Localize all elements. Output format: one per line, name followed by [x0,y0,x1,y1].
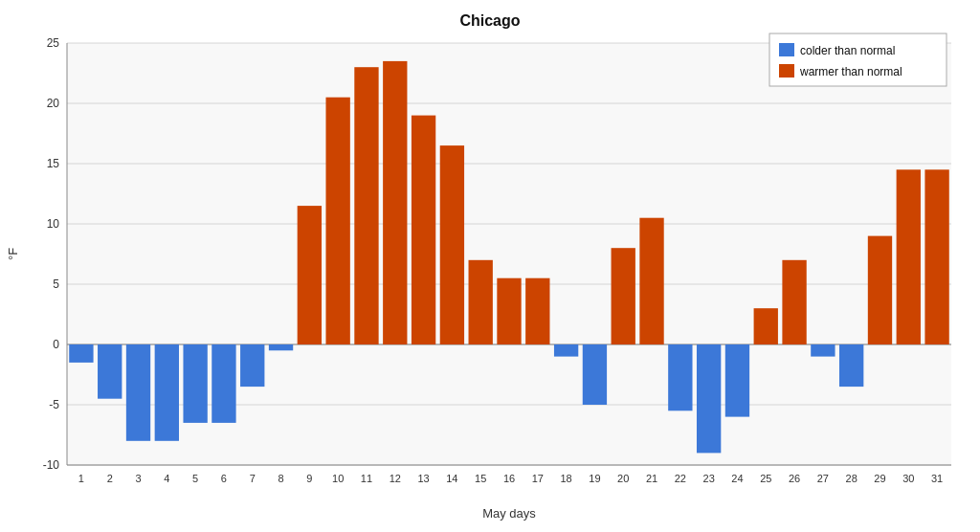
bar-day-19 [583,344,607,405]
svg-text:20: 20 [617,473,629,484]
legend-colder-label: colder than normal [800,44,895,57]
bar-day-18 [554,344,578,357]
svg-text:29: 29 [874,473,885,484]
svg-text:21: 21 [646,473,657,484]
bar-day-23 [697,344,721,453]
bar-day-2 [98,344,122,399]
bar-day-7 [240,344,264,387]
svg-text:30: 30 [902,473,914,484]
bar-day-10 [325,98,349,344]
svg-text:19: 19 [589,473,600,484]
svg-text:6: 6 [221,473,227,484]
bar-day-6 [212,344,235,423]
svg-text:5: 5 [53,277,59,291]
svg-text:9: 9 [306,473,312,484]
svg-text:18: 18 [560,473,571,484]
svg-text:16: 16 [503,473,515,484]
svg-text:13: 13 [417,473,429,484]
svg-text:27: 27 [817,473,829,484]
x-axis-label: May days [482,506,536,521]
bar-day-25 [754,308,778,344]
svg-text:2: 2 [107,473,113,484]
bar-day-15 [469,260,493,344]
svg-text:22: 22 [675,473,686,484]
svg-text:26: 26 [789,473,800,484]
bar-day-28 [839,344,863,387]
svg-text:-10: -10 [43,458,60,472]
svg-text:17: 17 [532,473,544,484]
chart-title: Chicago [459,12,520,29]
bar-day-17 [525,278,549,344]
bar-chart: -10-505101520251234567891011121314151617… [0,0,980,532]
svg-text:3: 3 [135,473,141,484]
svg-text:23: 23 [703,473,715,484]
svg-text:7: 7 [250,473,256,484]
svg-text:4: 4 [164,473,169,484]
bar-day-4 [155,344,179,441]
bar-day-1 [69,344,93,363]
bar-day-31 [924,169,948,344]
bar-day-11 [354,67,378,344]
svg-text:14: 14 [446,473,457,484]
bar-day-12 [383,61,407,344]
legend-warmer-swatch [779,64,794,78]
bar-day-14 [440,145,464,344]
svg-text:11: 11 [361,473,372,484]
svg-text:25: 25 [47,36,60,50]
svg-text:31: 31 [931,473,943,484]
bar-day-20 [612,248,635,344]
svg-text:1: 1 [78,473,84,484]
svg-text:10: 10 [47,217,60,231]
bar-day-9 [298,206,322,344]
svg-text:28: 28 [846,473,858,484]
svg-text:5: 5 [192,473,198,484]
bar-day-8 [269,344,293,350]
svg-text:20: 20 [47,97,60,110]
bar-day-3 [126,344,150,441]
bar-day-26 [782,260,806,344]
bar-day-13 [412,116,435,344]
svg-text:0: 0 [53,338,59,351]
bar-day-22 [668,344,692,410]
bar-day-21 [639,218,663,344]
svg-text:10: 10 [332,473,344,484]
bar-day-16 [497,278,521,344]
svg-text:8: 8 [278,473,283,484]
bar-day-29 [868,236,892,344]
bar-day-30 [897,169,921,344]
svg-text:25: 25 [760,473,771,484]
bar-day-27 [811,344,835,357]
bar-day-5 [183,344,207,423]
chart-container: -10-505101520251234567891011121314151617… [0,0,980,532]
y-axis-label: °F [6,248,20,260]
bar-day-24 [725,344,749,417]
legend-warmer-label: warmer than normal [799,65,902,78]
svg-text:-5: -5 [49,398,59,411]
legend-colder-swatch [779,43,794,56]
svg-text:24: 24 [731,473,743,484]
svg-text:12: 12 [390,473,401,484]
svg-text:15: 15 [475,473,486,484]
svg-text:15: 15 [47,157,60,170]
